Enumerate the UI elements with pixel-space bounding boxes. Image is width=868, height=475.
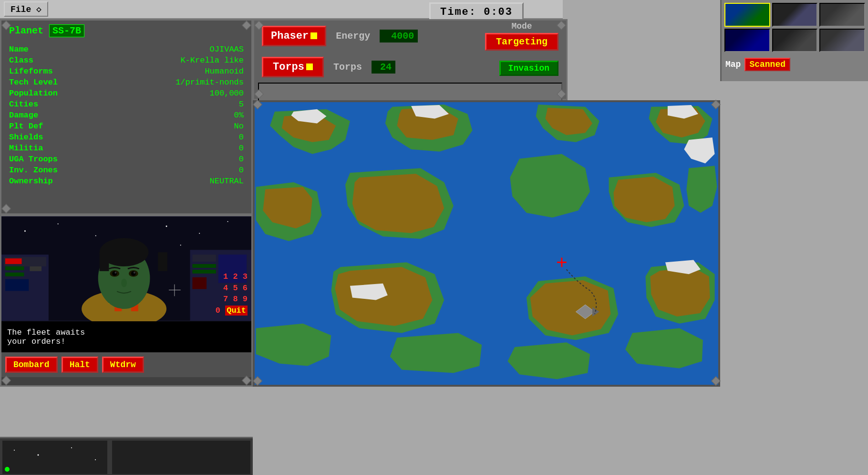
planet-row: Plt DefNo: [9, 121, 244, 132]
bombard-button[interactable]: Bombard: [5, 357, 58, 373]
phaser-button[interactable]: Phaser: [262, 26, 326, 46]
planet-row-label-9: Militia: [9, 144, 95, 153]
weapon-row-1: Phaser Energy 4000 Mode Targeting: [254, 21, 566, 52]
map-label-row: Map Scanned: [722, 55, 868, 74]
svg-marker-63: [350, 284, 388, 300]
svg-rect-16: [192, 254, 216, 262]
weapon-row-2: Torps Torps 24 Invasion: [254, 52, 566, 83]
planet-row-value-1: K-Krella like: [95, 56, 244, 65]
svg-marker-70: [390, 333, 482, 373]
mini-map-4[interactable]: [724, 29, 770, 53]
planet-row-value-11: 0: [95, 166, 244, 175]
weapon-panel: Phaser Energy 4000 Mode Targeting Torps …: [253, 19, 568, 100]
planet-label: Planet: [9, 25, 43, 36]
svg-rect-78: [2, 441, 107, 474]
svg-point-5: [199, 233, 200, 234]
svg-point-4: [166, 226, 167, 227]
planet-map[interactable]: [253, 100, 720, 387]
planet-row-value-10: 0: [95, 155, 244, 164]
targeting-button[interactable]: Targeting: [485, 33, 558, 51]
main-window: File ◇ Time: 0:03 Map Scanned Planet SS-…: [0, 0, 868, 475]
bottom-panel: [0, 437, 253, 475]
action-buttons: Bombard Halt Wtdrw: [1, 352, 251, 377]
time-value: 0:03: [484, 6, 513, 18]
svg-point-2: [58, 223, 59, 224]
planet-row-label-7: Plt Def: [9, 122, 95, 131]
planet-row: Damage0%: [9, 110, 244, 121]
planet-row-label-11: Inv. Zones: [9, 166, 95, 175]
message-area: The fleet awaits your orders! 1 2 3 4 5 …: [1, 321, 251, 352]
cockpit-corner-br: [242, 376, 251, 385]
planet-row-value-12: NEUTRAL: [95, 177, 244, 186]
num-row-3: 7 8 9: [216, 294, 248, 305]
mini-map-2[interactable]: [772, 3, 818, 27]
invasion-button[interactable]: Invasion: [499, 61, 558, 76]
svg-point-80: [14, 450, 15, 451]
svg-rect-18: [192, 264, 216, 268]
torps-value: 24: [372, 61, 395, 74]
energy-value: 4000: [380, 30, 418, 42]
withdraw-button[interactable]: Wtdrw: [102, 357, 144, 373]
planet-row-label-5: Cities: [9, 100, 95, 109]
mini-maps-grid: [722, 0, 868, 55]
fleet-message: The fleet awaits your orders!: [7, 328, 85, 346]
svg-point-1: [24, 230, 26, 232]
svg-rect-13: [5, 279, 29, 291]
svg-point-37: [121, 279, 127, 287]
planet-row-value-3: 1/primit-nonds: [95, 78, 244, 87]
num-row-4: 0 Quit: [216, 305, 248, 317]
mini-map-6[interactable]: [819, 29, 865, 53]
svg-rect-79: [112, 441, 250, 474]
svg-rect-19: [192, 270, 216, 274]
svg-rect-11: [5, 266, 24, 270]
energy-label: Energy: [336, 31, 370, 42]
mini-maps-panel: Map Scanned: [720, 0, 868, 81]
planet-row: UGA Troops0: [9, 154, 244, 165]
planet-row: LifeformsHumanoid: [9, 66, 244, 77]
planet-row: Cities5: [9, 99, 244, 110]
planet-row: OwnershipNEUTRAL: [9, 176, 244, 187]
svg-point-34: [131, 271, 136, 276]
torps-label: Torps: [333, 62, 362, 73]
svg-point-3: [95, 235, 96, 236]
file-menu[interactable]: File ◇: [4, 1, 48, 17]
planet-row-value-9: 0: [95, 144, 244, 153]
mode-section: Mode Targeting: [485, 21, 558, 51]
svg-marker-67: [650, 267, 710, 317]
svg-point-33: [112, 271, 117, 276]
svg-point-6: [227, 221, 228, 222]
svg-marker-56: [352, 174, 444, 233]
svg-point-35: [114, 272, 116, 274]
num-row-2: 4 5 6: [216, 283, 248, 294]
planet-row-label-3: Tech Level: [9, 78, 95, 87]
time-label: Time:: [440, 6, 476, 18]
mini-map-1[interactable]: [724, 3, 770, 27]
planet-row-label-8: Shields: [9, 133, 95, 142]
mini-map-3[interactable]: [819, 3, 865, 27]
mini-map-5[interactable]: [772, 29, 818, 53]
svg-point-7: [180, 245, 181, 246]
planet-row-label-4: Population: [9, 89, 95, 98]
planet-row-value-8: 0: [95, 133, 244, 142]
planet-row: Population100,000: [9, 88, 244, 99]
halt-button[interactable]: Halt: [62, 357, 98, 373]
cockpit-corner-bl: [1, 376, 11, 385]
planet-row-label-1: Class: [9, 56, 95, 65]
svg-point-82: [71, 447, 72, 448]
planet-row: NameOJIVAAS: [9, 44, 244, 55]
planet-row-value-5: 5: [95, 100, 244, 109]
planet-row-label-12: Ownership: [9, 177, 95, 186]
torps-button[interactable]: Torps: [262, 57, 324, 77]
num-row-1: 1 2 3: [216, 271, 248, 283]
scanned-badge[interactable]: Scanned: [744, 58, 790, 71]
planet-id: SS-7B: [49, 24, 84, 37]
planet-row-value-2: Humanoid: [95, 67, 244, 76]
planet-panel: Planet SS-7B NameOJIVAASClassK-Krella li…: [0, 19, 253, 215]
number-grid: 1 2 3 4 5 6 7 8 9 0 Quit: [216, 271, 248, 317]
planet-row-value-7: No: [95, 122, 244, 131]
planet-row-value-6: 0%: [95, 111, 244, 120]
svg-rect-30: [158, 252, 167, 271]
planet-row-value-4: 100,000: [95, 89, 244, 98]
svg-rect-12: [5, 273, 24, 276]
planet-header: Planet SS-7B: [1, 21, 251, 41]
